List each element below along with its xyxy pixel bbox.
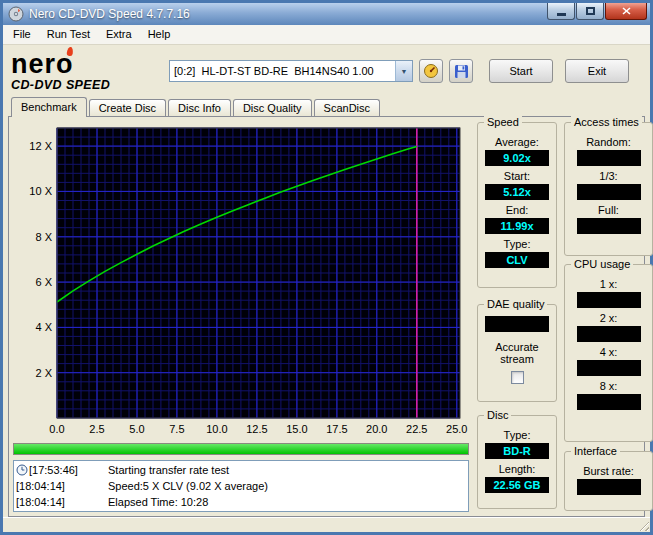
random-access-value xyxy=(577,150,641,166)
titlebar[interactable]: Nero CD-DVD Speed 4.7.7.16 xyxy=(3,3,650,25)
svg-text:15.0: 15.0 xyxy=(286,423,307,435)
exit-button[interactable]: Exit xyxy=(565,59,629,83)
save-icon xyxy=(454,64,469,79)
svg-text:20.0: 20.0 xyxy=(366,423,387,435)
field-label: Start: xyxy=(480,170,554,183)
field-label: 1/3: xyxy=(567,170,650,183)
panel-speed: Speed Average:9.02x Start:5.12x End:11.9… xyxy=(477,122,557,288)
results-panels: Speed Average:9.02x Start:5.12x End:11.9… xyxy=(477,122,653,512)
svg-text:0.0: 0.0 xyxy=(49,423,64,435)
menu-help[interactable]: Help xyxy=(140,25,179,44)
panel-title: DAE quality xyxy=(484,298,547,311)
start-button[interactable]: Start xyxy=(489,59,553,83)
log-entry[interactable]: [18:04:14]Speed:5 X CLV (9.02 X average) xyxy=(16,478,466,494)
product-wordmark: CD-DVD SPEED xyxy=(11,79,169,92)
window-controls xyxy=(547,3,647,20)
start-speed-value: 5.12x xyxy=(485,184,549,200)
cpu-8x-value xyxy=(577,394,641,410)
panel-access-times: Access times Random: 1/3: Full: xyxy=(564,122,653,256)
panel-cpu-usage: CPU usage 1 x: 2 x: 4 x: 8 x: xyxy=(564,264,653,442)
menu-run-test[interactable]: Run Test xyxy=(39,25,98,44)
menu-extra[interactable]: Extra xyxy=(98,25,140,44)
save-button[interactable] xyxy=(449,59,473,83)
log-time: [18:04:14] xyxy=(16,480,65,492)
field-label: Full: xyxy=(567,204,650,217)
chevron-down-icon[interactable]: ▼ xyxy=(395,61,412,81)
panel-interface: Interface Burst rate: xyxy=(564,451,653,511)
field-label: Type: xyxy=(480,238,554,251)
accurate-stream-label: Accurate stream xyxy=(480,341,554,365)
panel-title: Access times xyxy=(571,116,642,129)
panel-title: Interface xyxy=(571,445,620,458)
field-label: 4 x: xyxy=(567,346,650,359)
close-button[interactable] xyxy=(605,3,647,20)
tab-benchmark[interactable]: Benchmark xyxy=(11,97,87,117)
svg-text:10.0: 10.0 xyxy=(206,423,227,435)
benchmark-tab-page: 0.02.55.07.510.012.515.017.520.022.525.0… xyxy=(8,116,645,517)
cpu-1x-value xyxy=(577,292,641,308)
speed-options-button[interactable] xyxy=(419,59,443,83)
close-icon xyxy=(622,7,631,15)
maximize-icon xyxy=(586,7,595,15)
menubar: File Run Test Extra Help xyxy=(3,25,650,45)
chart-column: 0.02.55.07.510.012.515.017.520.022.525.0… xyxy=(13,122,469,512)
window-title: Nero CD-DVD Speed 4.7.7.16 xyxy=(29,7,542,21)
app-window: Nero CD-DVD Speed 4.7.7.16 File Run Test… xyxy=(0,0,653,535)
disc-length-value: 22.56 GB xyxy=(485,477,549,493)
field-label: 8 x: xyxy=(567,380,650,393)
minimize-icon xyxy=(557,13,566,16)
tab-scandisc[interactable]: ScanDisc xyxy=(314,99,380,116)
svg-text:6 X: 6 X xyxy=(35,276,52,288)
field-label: End: xyxy=(480,204,554,217)
svg-text:2 X: 2 X xyxy=(35,367,52,379)
panel-disc: Disc Type:BD-R Length:22.56 GB xyxy=(477,415,557,509)
drive-select[interactable]: [0:2] HL-DT-ST BD-RE BH14NS40 1.00 ▼ xyxy=(169,60,413,82)
menu-file[interactable]: File xyxy=(5,25,39,44)
tab-disc-info[interactable]: Disc Info xyxy=(168,99,231,116)
cpu-2x-value xyxy=(577,326,641,342)
svg-text:10 X: 10 X xyxy=(29,185,52,197)
tab-create-disc[interactable]: Create Disc xyxy=(89,99,166,116)
average-speed-value: 9.02x xyxy=(485,150,549,166)
log-text: Starting transfer rate test xyxy=(108,464,229,476)
resize-grip[interactable] xyxy=(637,519,649,531)
log-text: Speed:5 X CLV (9.02 X average) xyxy=(108,480,268,492)
speed-type-value: CLV xyxy=(485,252,549,268)
progress-fill xyxy=(14,444,468,454)
nero-wordmark: nero xyxy=(11,51,74,78)
svg-text:12.5: 12.5 xyxy=(246,423,267,435)
nero-logo: nero CD-DVD SPEED xyxy=(11,51,169,92)
minimize-button[interactable] xyxy=(547,3,575,20)
panel-title: Speed xyxy=(484,116,522,129)
maximize-button[interactable] xyxy=(576,3,604,20)
app-icon xyxy=(8,6,24,22)
end-speed-value: 11.99x xyxy=(485,218,549,234)
field-label: Burst rate: xyxy=(567,465,650,478)
log-entry[interactable]: [17:53:46]Starting transfer rate test xyxy=(16,462,466,478)
log-time: [17:53:46] xyxy=(29,464,78,476)
full-access-value xyxy=(577,218,641,234)
log-panel: [17:53:46]Starting transfer rate test [1… xyxy=(13,460,469,512)
burst-rate-value xyxy=(577,479,641,495)
disc-type-value: BD-R xyxy=(485,443,549,459)
accurate-stream-checkbox[interactable] xyxy=(511,371,524,384)
svg-text:5.0: 5.0 xyxy=(129,423,144,435)
field-label: 2 x: xyxy=(567,312,650,325)
svg-text:7.5: 7.5 xyxy=(169,423,184,435)
tab-strip: Benchmark Create Disc Disc Info Disc Qua… xyxy=(3,97,650,116)
field-label: Random: xyxy=(567,136,650,149)
panel-dae-quality: DAE quality Accurate stream xyxy=(477,304,557,402)
svg-text:4 X: 4 X xyxy=(35,321,52,333)
log-text: Elapsed Time: 10:28 xyxy=(108,496,208,508)
svg-text:22.5: 22.5 xyxy=(406,423,427,435)
tab-disc-quality[interactable]: Disc Quality xyxy=(233,99,312,116)
cpu-4x-value xyxy=(577,360,641,376)
svg-text:25.0: 25.0 xyxy=(446,423,467,435)
field-label: Average: xyxy=(480,136,554,149)
panel-title: Disc xyxy=(484,409,511,422)
field-label: 1 x: xyxy=(567,278,650,291)
speedometer-icon xyxy=(423,63,439,79)
progress-bar xyxy=(13,443,469,455)
svg-text:12 X: 12 X xyxy=(29,140,52,152)
log-entry[interactable]: [18:04:14]Elapsed Time: 10:28 xyxy=(16,494,466,510)
